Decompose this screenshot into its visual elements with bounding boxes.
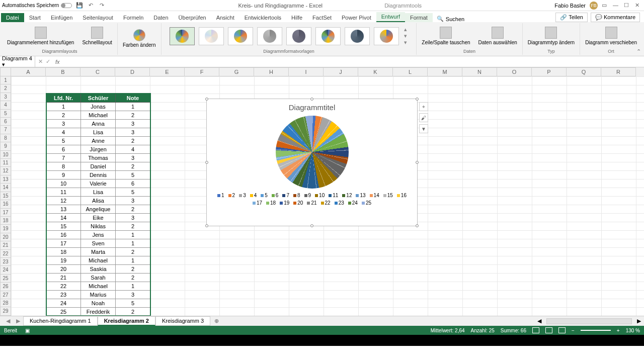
row-header-20[interactable]: 20 <box>0 233 11 241</box>
minimize-icon[interactable]: — <box>613 2 620 9</box>
ribbon-tab-hilfe[interactable]: Hilfe <box>286 13 307 22</box>
legend-item[interactable]: 10 <box>315 193 325 198</box>
row-header-21[interactable]: 21 <box>0 241 11 249</box>
row-header-7[interactable]: 7 <box>0 126 11 134</box>
ribbon-tab-entwicklertools[interactable]: Entwicklertools <box>239 13 286 22</box>
row-header-3[interactable]: 3 <box>0 93 11 101</box>
add-chart-element-button[interactable]: Diagrammelement hinzufügen <box>5 26 76 46</box>
legend-item[interactable]: 22 <box>321 200 331 206</box>
select-data-button[interactable]: Daten auswählen <box>476 26 519 46</box>
row-header-18[interactable]: 18 <box>0 217 11 225</box>
table-row[interactable]: 5Anne2 <box>46 137 150 145</box>
col-header-N[interactable]: N <box>462 67 497 76</box>
ribbon-tab-daten[interactable]: Daten <box>148 13 173 22</box>
chart-elements-button[interactable]: + <box>419 102 428 111</box>
change-colors-button[interactable]: Farben ändern <box>121 28 158 49</box>
formula-input[interactable] <box>62 57 644 66</box>
search-box[interactable]: 🔍 Suchen <box>433 16 468 22</box>
name-box[interactable]: Diagramm 4 ▾ <box>0 54 35 69</box>
worksheet-grid[interactable]: ABCDEFGHIJKLMNOPQR 123456789101112131415… <box>0 67 644 316</box>
undo-icon[interactable]: ↶ <box>87 2 94 9</box>
ribbon-tab-überprüfen[interactable]: Überprüfen <box>174 13 211 22</box>
ribbon-tab-formeln[interactable]: Formeln <box>118 13 148 22</box>
col-header-L[interactable]: L <box>393 67 428 76</box>
legend-item[interactable]: 1 <box>217 193 224 198</box>
accept-formula-icon[interactable]: ✓ <box>46 58 50 65</box>
gallery-more-icon[interactable]: ▾ <box>404 39 407 46</box>
row-header-27[interactable]: 27 <box>0 291 11 299</box>
col-header-H[interactable]: H <box>254 67 289 76</box>
chart-style-8[interactable] <box>374 27 399 45</box>
user-avatar[interactable]: FB <box>590 2 598 10</box>
save-icon[interactable]: 💾 <box>76 2 83 9</box>
ribbon-tab-ansicht[interactable]: Ansicht <box>211 13 239 22</box>
chart-legend[interactable]: 1234567891011121314151617181920212223242… <box>207 189 417 208</box>
table-row[interactable]: 10Valerie6 <box>46 179 150 188</box>
row-header-11[interactable]: 11 <box>0 159 11 167</box>
table-row[interactable]: 13Angelique2 <box>46 205 150 214</box>
chart-style-4[interactable] <box>257 27 282 45</box>
table-header[interactable]: Note <box>116 94 150 103</box>
legend-item[interactable]: 19 <box>280 200 289 206</box>
col-header-C[interactable]: C <box>80 67 115 76</box>
table-row[interactable]: 3Anna3 <box>46 120 150 128</box>
legend-item[interactable]: 21 <box>307 200 316 206</box>
chart-style-2[interactable] <box>199 27 224 45</box>
legend-item[interactable]: 23 <box>335 200 344 206</box>
col-header-F[interactable]: F <box>185 67 219 76</box>
col-header-K[interactable]: K <box>358 67 393 76</box>
collapse-ribbon-icon[interactable]: ⌃ <box>636 48 641 55</box>
row-header-22[interactable]: 22 <box>0 250 11 258</box>
row-header-6[interactable]: 6 <box>0 118 11 126</box>
legend-item[interactable]: 7 <box>282 193 289 198</box>
cancel-formula-icon[interactable]: ✕ <box>38 58 43 65</box>
macro-record-icon[interactable]: ▣ <box>25 328 30 333</box>
row-header-29[interactable]: 29 <box>0 307 11 315</box>
table-row[interactable]: 8Daniel2 <box>46 162 150 171</box>
ribbon-tab-factset[interactable]: FactSet <box>307 13 337 22</box>
col-header-A[interactable]: A <box>11 67 46 76</box>
user-name[interactable]: Fabio Basler <box>554 3 586 9</box>
table-row[interactable]: 2Michael2 <box>46 111 150 120</box>
data-table[interactable]: Lfd. Nr.SchülerNote 1Jonas12Michael23Ann… <box>46 94 150 316</box>
select-all-corner[interactable] <box>0 67 11 76</box>
legend-item[interactable]: 5 <box>261 193 268 198</box>
legend-item[interactable]: 25 <box>362 200 371 206</box>
legend-item[interactable]: 3 <box>239 193 246 198</box>
zoom-slider[interactable] <box>581 330 611 331</box>
row-header-26[interactable]: 26 <box>0 283 11 291</box>
row-header-13[interactable]: 13 <box>0 175 11 184</box>
sheet-nav-next[interactable]: ▶ <box>13 318 23 324</box>
chart-title[interactable]: Diagrammtitel <box>207 99 417 112</box>
row-header-19[interactable]: 19 <box>0 225 11 233</box>
row-header-16[interactable]: 16 <box>0 200 11 208</box>
col-header-Q[interactable]: Q <box>567 67 601 76</box>
chart-styles-button[interactable]: 🖌 <box>419 113 428 122</box>
legend-item[interactable]: 11 <box>329 193 338 198</box>
share-button[interactable]: 🔗 Teilen <box>555 13 588 22</box>
zoom-out-button[interactable]: − <box>572 328 575 333</box>
table-header[interactable]: Schüler <box>81 94 116 103</box>
autosave-toggle[interactable]: Automatisches Speichern <box>2 3 72 8</box>
table-row[interactable]: 12Alisa3 <box>46 197 150 205</box>
col-header-D[interactable]: D <box>115 67 150 76</box>
table-header[interactable]: Lfd. Nr. <box>46 94 81 103</box>
chart-style-5[interactable] <box>286 27 311 45</box>
legend-item[interactable]: 9 <box>304 193 311 198</box>
col-header-I[interactable]: I <box>289 67 324 76</box>
table-row[interactable]: 4Lisa3 <box>46 128 150 137</box>
sheet-nav-prev[interactable]: ◀ <box>3 318 13 324</box>
ribbon-tab-einfügen[interactable]: Einfügen <box>46 13 77 22</box>
legend-item[interactable]: 2 <box>228 193 235 198</box>
row-header-10[interactable]: 10 <box>0 151 11 159</box>
row-header-25[interactable]: 25 <box>0 275 11 283</box>
col-header-B[interactable]: B <box>46 67 80 76</box>
row-header-2[interactable]: 2 <box>0 84 11 93</box>
row-header-4[interactable]: 4 <box>0 101 11 109</box>
pie-chart[interactable] <box>276 116 349 189</box>
zoom-level[interactable]: 130 % <box>626 328 640 333</box>
table-row[interactable]: 25Fredderik2 <box>46 308 150 316</box>
legend-item[interactable]: 14 <box>370 193 379 198</box>
normal-view-button[interactable] <box>532 327 539 333</box>
table-row[interactable]: 18Marta2 <box>46 248 150 256</box>
